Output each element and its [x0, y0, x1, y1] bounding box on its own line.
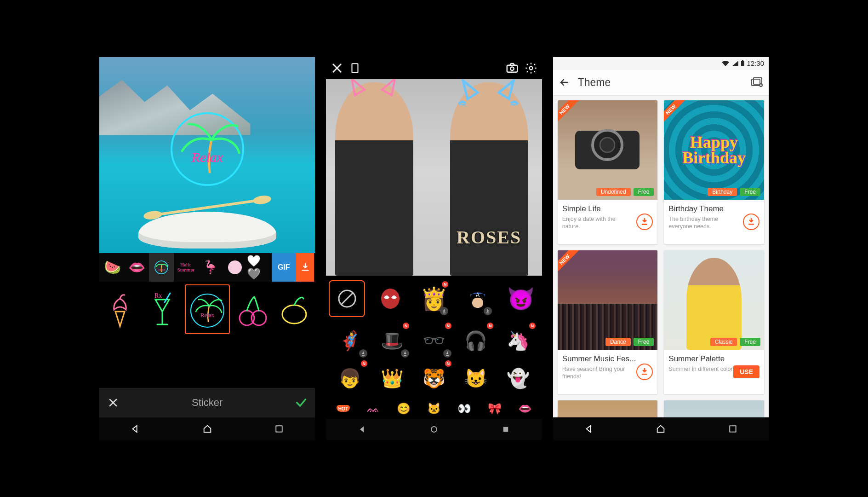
- pack-badge[interactable]: [223, 253, 247, 282]
- face-filter-row: 👸N A 😈: [326, 276, 542, 321]
- download-button[interactable]: [636, 364, 653, 380]
- category-chip: Dance: [605, 338, 631, 346]
- svg-point-9: [282, 305, 306, 324]
- cat-emoji[interactable]: 😊: [394, 399, 413, 418]
- nav-recent[interactable]: [726, 422, 740, 436]
- pack-hearts[interactable]: 🤍🖤: [247, 253, 271, 282]
- svg-text:A: A: [476, 292, 480, 298]
- android-nav-bar: [326, 419, 542, 440]
- nav-back[interactable]: [355, 422, 369, 436]
- filter-princess[interactable]: 👸N: [416, 280, 452, 317]
- sticker-cherries[interactable]: [233, 284, 272, 334]
- pack-flamingo[interactable]: 🦩: [198, 253, 223, 282]
- cat-bow[interactable]: 🎀: [485, 399, 504, 418]
- theme-grid[interactable]: NEW UndefinedFree Simple Life Enjoy a da…: [553, 96, 769, 417]
- pack-neon-relax[interactable]: Relax: [149, 253, 173, 282]
- pack-typography[interactable]: HelloSummer: [174, 253, 198, 282]
- theme-card-summer-palette[interactable]: ClassicFree Summer Palette Summer in dif…: [664, 250, 764, 394]
- face-sticker-grid: 🦸‍♂️ 🎩N 🕶️N 🎧N 🦄N 👦N 👑 🐯N 😺 👻: [326, 321, 542, 398]
- theme-card-simple-life[interactable]: NEW UndefinedFree Simple Life Enjoy a da…: [558, 100, 658, 244]
- editor-canvas[interactable]: Relax: [99, 57, 315, 253]
- download-badge-icon: [359, 349, 367, 358]
- theme-title: Summer Music Fes...: [562, 354, 653, 364]
- aspect-ratio-button[interactable]: [349, 62, 361, 74]
- new-badge: N: [403, 323, 409, 329]
- nav-home[interactable]: [200, 422, 214, 436]
- sticker-cocktail[interactable]: Rx: [143, 284, 182, 334]
- category-chip: Undefined: [596, 188, 631, 196]
- price-chip: Free: [634, 338, 654, 346]
- theme-card-extra-2[interactable]: [664, 400, 764, 417]
- camera-filters-screen: ROSES 👸N A 😈 🦸‍♂️ 🎩N 🕶️N 🎧N 🦄N 👦N 👑: [326, 57, 542, 440]
- sticker-lemon[interactable]: [274, 284, 314, 334]
- back-button[interactable]: [559, 77, 570, 88]
- applied-sticker-relax-palm[interactable]: Relax: [164, 103, 251, 191]
- stk-headphones[interactable]: 🎧N: [455, 322, 497, 359]
- cat-ears-filter-right: [458, 79, 518, 106]
- new-badge: N: [445, 323, 451, 329]
- use-button[interactable]: USE: [733, 365, 760, 378]
- close-button[interactable]: [331, 62, 343, 75]
- sticker-category-bar: HOT ᨐ 😊 🐱 👀 🎀 👄: [326, 398, 542, 419]
- cat-eyes[interactable]: 👀: [455, 399, 474, 418]
- filter-horns[interactable]: 😈: [503, 280, 539, 317]
- svg-rect-17: [472, 298, 483, 308]
- download-button[interactable]: [636, 214, 653, 230]
- stk-crown[interactable]: 👑: [371, 359, 413, 397]
- person-left: [335, 82, 413, 276]
- stk-pinkie[interactable]: 🦄N: [497, 322, 539, 359]
- cat-rainbow-lips[interactable]: 👄: [516, 399, 534, 418]
- pack-lips[interactable]: 👄: [125, 253, 149, 282]
- camera-preview[interactable]: ROSES: [326, 79, 542, 276]
- pack-watermelon[interactable]: 🍉: [100, 253, 125, 282]
- new-badge: N: [361, 360, 367, 367]
- cat-ears[interactable]: ᨐ: [364, 399, 383, 418]
- sticker-grid: Rx Relax: [99, 282, 315, 388]
- nav-back[interactable]: [582, 422, 596, 436]
- theme-card-summer-music[interactable]: NEW DanceFree Summer Music Fes... Rave s…: [558, 250, 658, 394]
- stk-cat-face[interactable]: 😺: [455, 359, 497, 397]
- svg-rect-28: [642, 374, 647, 375]
- editor-footer: Sticker: [99, 388, 315, 417]
- theme-card-birthday[interactable]: HappyBirthday NEW BirthdayFree Birthday …: [664, 100, 764, 244]
- library-icon[interactable]: [751, 77, 763, 87]
- stk-usa-hat[interactable]: 🎩N: [371, 322, 413, 359]
- gif-tab[interactable]: GIF: [272, 253, 296, 282]
- sticker-relax-palm-selected[interactable]: Relax: [185, 284, 230, 334]
- stk-boy[interactable]: 👦N: [329, 359, 371, 397]
- cat-animal[interactable]: 🐱: [425, 399, 443, 418]
- category-chip: Classic: [710, 338, 737, 346]
- sticker-ice-cream[interactable]: [100, 284, 140, 334]
- theme-card-extra-1[interactable]: [558, 400, 658, 417]
- nav-recent[interactable]: [272, 422, 286, 436]
- svg-rect-26: [642, 224, 647, 225]
- stk-tiger[interactable]: 🐯N: [413, 359, 455, 397]
- filter-none[interactable]: [329, 280, 365, 317]
- svg-rect-10: [276, 426, 282, 432]
- filter-captain[interactable]: A: [459, 280, 496, 317]
- svg-text:Relax: Relax: [191, 150, 223, 165]
- stk-ghost[interactable]: 👻: [497, 359, 539, 397]
- new-ribbon: NEW: [664, 100, 687, 126]
- svg-rect-27: [748, 224, 754, 225]
- cat-hot[interactable]: HOT: [334, 399, 352, 418]
- confirm-button[interactable]: [287, 396, 315, 409]
- settings-icon[interactable]: [525, 62, 537, 75]
- price-chip: Free: [634, 188, 654, 196]
- theme-desc: Rave season! Bring your friends!: [562, 365, 631, 381]
- svg-rect-20: [503, 427, 508, 432]
- download-button[interactable]: [743, 214, 760, 230]
- filter-spiderman[interactable]: [372, 280, 409, 317]
- nav-recent[interactable]: [499, 422, 513, 436]
- nav-home[interactable]: [654, 422, 668, 436]
- cancel-button[interactable]: [99, 397, 127, 408]
- nav-home[interactable]: [427, 422, 441, 436]
- flip-camera-button[interactable]: [505, 61, 519, 75]
- stk-sunglasses[interactable]: 🕶️N: [413, 322, 455, 359]
- download-packs-button[interactable]: [296, 253, 314, 282]
- stk-thor[interactable]: 🦸‍♂️: [329, 322, 371, 359]
- shirt-print: ROSES: [457, 226, 521, 248]
- new-badge: N: [529, 323, 536, 329]
- nav-back[interactable]: [128, 422, 142, 436]
- svg-rect-22: [742, 60, 743, 61]
